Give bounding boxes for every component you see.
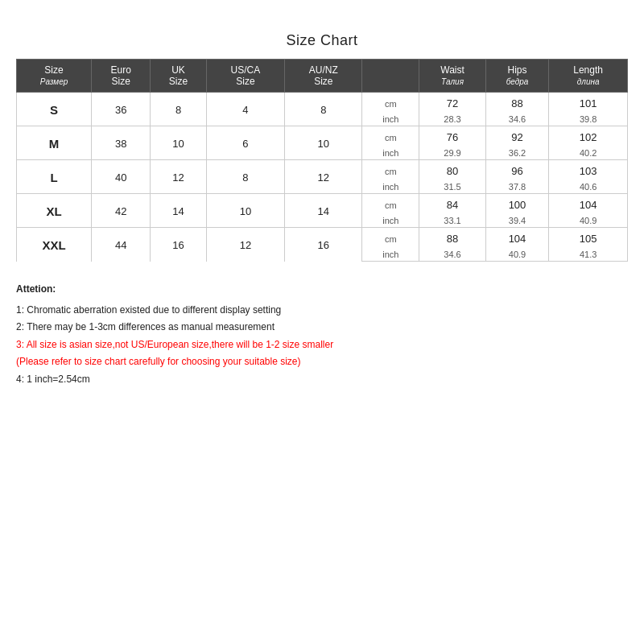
cell-uk: 8 — [151, 93, 206, 126]
cell-waist-inch: 34.6 — [419, 248, 485, 262]
cell-unit-cm: cm — [362, 194, 419, 215]
cell-unit-inch: inch — [362, 147, 419, 160]
chart-title: Size Chart — [16, 32, 628, 49]
note-item: 1: Chromatic aberration existed due to d… — [16, 302, 628, 320]
size-chart-table: SizeРазмер EuroSize UKSize US/CASize AU/… — [16, 59, 628, 262]
cell-length-cm: 104 — [549, 194, 628, 215]
cell-aunz: 14 — [285, 194, 362, 228]
cell-euro: 44 — [92, 228, 151, 262]
table-row: XL 42 14 10 14 cm 84 100 104 — [17, 194, 628, 215]
table-row: S 36 8 4 8 cm 72 88 101 — [17, 93, 628, 114]
cell-hips-cm: 100 — [485, 194, 549, 215]
cell-euro: 42 — [92, 194, 151, 228]
cell-waist-inch: 29.9 — [419, 147, 485, 160]
cell-hips-cm: 104 — [485, 228, 549, 249]
notes-title: Attetion: — [16, 281, 628, 299]
cell-usca: 4 — [206, 93, 285, 126]
col-length: Lengthдлина — [549, 60, 628, 93]
cell-euro: 38 — [92, 126, 151, 160]
col-hips: Hipsбедра — [485, 60, 549, 93]
cell-hips-cm: 92 — [485, 126, 549, 147]
cell-uk: 16 — [151, 228, 206, 262]
cell-length-cm: 101 — [549, 93, 628, 114]
note-item: 4: 1 inch=2.54cm — [16, 371, 628, 389]
cell-usca: 10 — [206, 194, 285, 228]
cell-length-cm: 102 — [549, 126, 628, 147]
cell-size: L — [17, 160, 92, 194]
table-row: M 38 10 6 10 cm 76 92 102 — [17, 126, 628, 147]
cell-aunz: 8 — [285, 93, 362, 126]
cell-waist-cm: 84 — [419, 194, 485, 215]
note-item: 2: There may be 1-3cm differences as man… — [16, 319, 628, 336]
cell-length-inch: 41.3 — [549, 248, 628, 262]
cell-uk: 12 — [151, 160, 206, 194]
cell-waist-inch: 28.3 — [419, 113, 485, 126]
cell-unit-cm: cm — [362, 93, 419, 114]
cell-hips-inch: 39.4 — [485, 214, 549, 228]
cell-unit-cm: cm — [362, 228, 419, 249]
cell-length-inch: 40.2 — [549, 147, 628, 160]
cell-length-cm: 105 — [549, 228, 628, 249]
cell-unit-inch: inch — [362, 180, 419, 194]
cell-waist-inch: 31.5 — [419, 180, 485, 194]
cell-waist-cm: 76 — [419, 126, 485, 147]
col-aunz: AU/NZSize — [285, 60, 362, 93]
cell-usca: 12 — [206, 228, 285, 262]
cell-unit-inch: inch — [362, 113, 419, 126]
cell-length-cm: 103 — [549, 160, 628, 181]
cell-hips-inch: 40.9 — [485, 248, 549, 262]
cell-aunz: 12 — [285, 160, 362, 194]
col-uk: UKSize — [151, 60, 206, 93]
table-row: L 40 12 8 12 cm 80 96 103 — [17, 160, 628, 181]
cell-uk: 14 — [151, 194, 206, 228]
notes-section: Attetion: 1: Chromatic aberration existe… — [16, 281, 628, 389]
cell-size: XL — [17, 194, 92, 228]
cell-unit-cm: cm — [362, 160, 419, 181]
cell-euro: 40 — [92, 160, 151, 194]
cell-aunz: 16 — [285, 228, 362, 262]
cell-uk: 10 — [151, 126, 206, 160]
cell-size: XXL — [17, 228, 92, 262]
cell-euro: 36 — [92, 93, 151, 126]
col-euro: EuroSize — [92, 60, 151, 93]
cell-usca: 6 — [206, 126, 285, 160]
cell-usca: 8 — [206, 160, 285, 194]
cell-unit-inch: inch — [362, 214, 419, 228]
cell-unit-inch: inch — [362, 248, 419, 262]
col-size: SizeРазмер — [17, 60, 92, 93]
cell-length-inch: 40.6 — [549, 180, 628, 194]
cell-hips-inch: 36.2 — [485, 147, 549, 160]
note-item: 3: All size is asian size,not US/Europea… — [16, 336, 628, 354]
cell-hips-inch: 37.8 — [485, 180, 549, 194]
cell-length-inch: 40.9 — [549, 214, 628, 228]
col-waist: WaistТалия — [419, 60, 485, 93]
cell-waist-inch: 33.1 — [419, 214, 485, 228]
col-unit — [362, 60, 419, 93]
cell-waist-cm: 80 — [419, 160, 485, 181]
cell-aunz: 10 — [285, 126, 362, 160]
cell-hips-cm: 96 — [485, 160, 549, 181]
cell-size: S — [17, 93, 92, 126]
cell-unit-cm: cm — [362, 126, 419, 147]
cell-waist-cm: 72 — [419, 93, 485, 114]
table-row: XXL 44 16 12 16 cm 88 104 105 — [17, 228, 628, 249]
cell-length-inch: 39.8 — [549, 113, 628, 126]
cell-waist-cm: 88 — [419, 228, 485, 249]
cell-hips-inch: 34.6 — [485, 113, 549, 126]
col-usca: US/CASize — [206, 60, 285, 93]
cell-size: M — [17, 126, 92, 160]
note-item: (Please refer to size chart carefully fo… — [16, 353, 628, 371]
cell-hips-cm: 88 — [485, 93, 549, 114]
